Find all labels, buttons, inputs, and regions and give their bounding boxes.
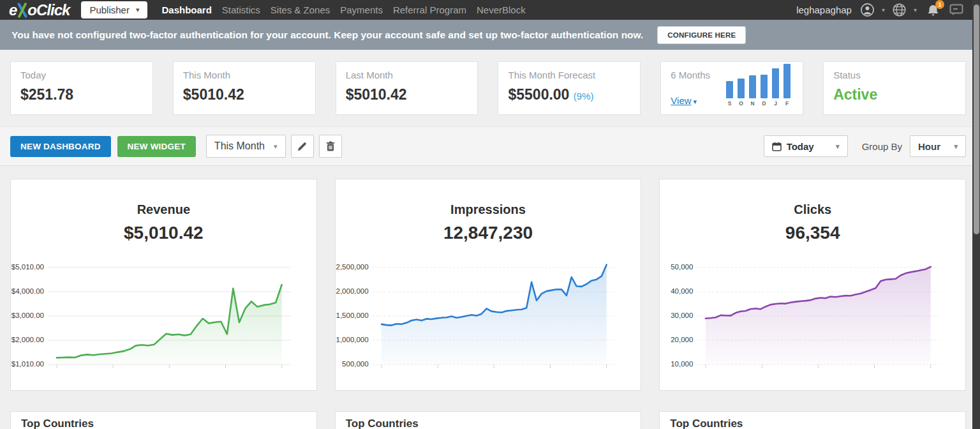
nav-item-statistics[interactable]: Statistics: [222, 4, 260, 15]
card-title: Top Countries: [21, 418, 306, 429]
y-tick-label: 2,000,000: [336, 287, 369, 295]
stat-card-status: Status Active: [823, 61, 966, 115]
y-tick-label: 2,500,000: [336, 263, 369, 271]
language-chevron-down-icon[interactable]: ▾: [914, 6, 917, 13]
group-selected-value: Hour: [918, 141, 940, 152]
y-axis-labels: 50,00040,00030,00020,00010,000: [660, 261, 693, 379]
publisher-role-dropdown[interactable]: Publisher ▾: [81, 1, 147, 19]
nav-item-payments[interactable]: Payments: [340, 4, 383, 15]
stat-label: 6 Months: [671, 70, 710, 80]
y-tick-label: 10,000: [660, 360, 693, 368]
clicks-plot-area: 50,00040,00030,00020,00010,000: [660, 261, 965, 379]
y-tick-label: $1,010.00: [11, 360, 44, 368]
y-tick-label: 50,000: [660, 263, 693, 271]
mini-bar-N: N: [749, 75, 756, 107]
chat-icon[interactable]: [949, 4, 963, 16]
publisher-label: Publisher: [89, 4, 130, 15]
nav-item-sites-zones[interactable]: Sites & Zones: [271, 4, 330, 15]
account-avatar-icon[interactable]: [861, 3, 874, 17]
chevron-down-icon: ▾: [694, 98, 697, 106]
stat-card-forecast: This Month Forecast $5500.00 (9%): [498, 61, 641, 115]
dashboard-period-select[interactable]: This Month ▾: [206, 135, 286, 158]
account-chevron-down-icon[interactable]: ▾: [882, 6, 885, 13]
nav-item-referral-program[interactable]: Referral Program: [393, 4, 466, 15]
stat-card-last-month: Last Month $5010.42: [336, 61, 479, 115]
chart-total-value: 12,847,230: [336, 223, 641, 243]
username-label: leghapaghap: [796, 4, 852, 15]
clicks-chart-card: Clicks 96,354 50,00040,00030,00020,00010…: [659, 179, 966, 391]
stat-label: This Month Forecast: [508, 70, 630, 80]
scrollbar-thumb[interactable]: [974, 4, 979, 234]
period-selected-value: This Month: [214, 140, 265, 152]
stat-value: $5010.42: [346, 86, 468, 103]
impressions-plot-area: 2,500,0002,000,0001,500,0001,000,000500,…: [336, 261, 641, 379]
stat-card-six-months: 6 Months View▾ SONDJF: [660, 61, 803, 115]
new-dashboard-button[interactable]: NEW DASHBOARD: [10, 136, 111, 157]
calendar-icon: [772, 142, 782, 151]
trash-icon: [325, 141, 336, 152]
y-tick-label: 1,500,000: [336, 312, 369, 319]
card-title: Top Countries: [346, 418, 631, 429]
banner-message: You have not configured two-factor authe…: [11, 29, 643, 41]
delete-dashboard-button[interactable]: [319, 135, 342, 158]
chart-total-value: 96,354: [660, 223, 965, 243]
chevron-down-icon: ▾: [954, 142, 958, 151]
group-by-label: Group By: [862, 141, 902, 152]
y-tick-label: $3,000.00: [11, 312, 44, 319]
y-tick-label: 500,000: [336, 360, 369, 368]
stat-card-this-month: This Month $5010.42: [173, 61, 316, 115]
top-countries-card-clicks: Top Countries USA $7,705.10: [659, 411, 966, 429]
exoclick-logo[interactable]: eoClick: [9, 1, 70, 19]
date-range-select[interactable]: Today ▾: [764, 135, 848, 157]
chart-title: Impressions: [336, 202, 641, 217]
stat-label: Status: [833, 70, 956, 80]
top-countries-row: Top Countries USA $2,145.38 Top Countrie…: [0, 391, 980, 429]
logo-text-pre: e: [9, 1, 17, 19]
chart-title: Revenue: [11, 202, 316, 217]
stat-value: $251.78: [20, 86, 143, 103]
logo-text-post: oClick: [27, 1, 70, 19]
mini-bar-O: O: [738, 79, 745, 107]
pencil-icon: [297, 141, 308, 152]
stat-label: This Month: [183, 70, 306, 80]
impressions-chart-card: Impressions 12,847,230 2,500,0002,000,00…: [335, 179, 642, 391]
mini-bar-S: S: [726, 81, 733, 107]
top-countries-card-revenue: Top Countries USA $2,145.38: [10, 411, 317, 429]
language-globe-icon[interactable]: [893, 3, 906, 17]
chart-title: Clicks: [660, 202, 965, 217]
new-widget-button[interactable]: NEW WIDGET: [117, 136, 196, 157]
forecast-percent: (9%): [574, 91, 594, 102]
status-badge: Active: [833, 86, 956, 103]
y-tick-label: $2,000.00: [11, 336, 44, 343]
group-by-select[interactable]: Hour ▾: [910, 135, 966, 157]
configure-here-button[interactable]: CONFIGURE HERE: [657, 26, 746, 44]
top-countries-card-impressions: Top Countries USA $2,345.38: [335, 411, 642, 429]
nav-item-neverblock[interactable]: NeverBlock: [477, 4, 526, 15]
view-link[interactable]: View▾: [671, 95, 697, 106]
y-tick-label: 40,000: [660, 287, 693, 295]
mini-bar-D: D: [761, 75, 768, 107]
clicks-line-chart: [697, 261, 940, 379]
date-selected-value: Today: [787, 141, 814, 152]
mini-bar-F: F: [783, 64, 791, 107]
top-navigation-bar: eoClick Publisher ▾ Dashboard Statistics…: [0, 0, 980, 20]
y-tick-label: 1,000,000: [336, 336, 369, 343]
charts-row: Revenue $5,010.42 $5,010.00$4,000.00$3,0…: [0, 166, 980, 391]
stat-value: $5500.00 (9%): [508, 86, 630, 103]
dashboard-toolbar: NEW DASHBOARD NEW WIDGET This Month ▾ To…: [0, 126, 980, 166]
chart-total-value: $5,010.42: [11, 223, 316, 243]
y-tick-label: $5,010.00: [11, 263, 44, 271]
y-axis-labels: $5,010.00$4,000.00$3,000.00$2,000.00$1,0…: [11, 261, 44, 379]
notification-count-badge: 1: [935, 0, 944, 9]
chevron-down-icon: ▾: [274, 142, 278, 151]
stat-value: $5010.42: [183, 86, 306, 103]
nav-item-dashboard[interactable]: Dashboard: [161, 4, 211, 15]
edit-dashboard-button[interactable]: [291, 135, 314, 158]
y-tick-label: 20,000: [660, 336, 693, 343]
notifications-bell-icon[interactable]: 1: [927, 4, 939, 17]
two-factor-warning-banner: You have not configured two-factor authe…: [0, 20, 980, 50]
stat-label: Today: [20, 70, 143, 80]
revenue-line-chart: [48, 261, 291, 379]
summary-stats-row: Today $251.78 This Month $5010.42 Last M…: [0, 50, 980, 115]
y-axis-labels: 2,500,0002,000,0001,500,0001,000,000500,…: [336, 261, 369, 379]
